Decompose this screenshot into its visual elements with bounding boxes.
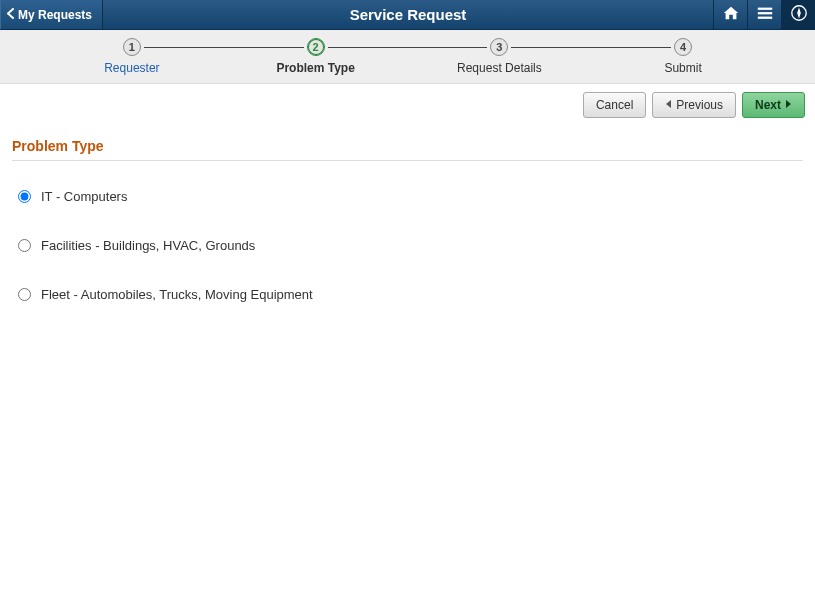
home-icon bbox=[722, 4, 740, 26]
radio-label: Fleet - Automobiles, Trucks, Moving Equi… bbox=[41, 287, 313, 302]
menu-button[interactable] bbox=[747, 0, 781, 29]
page-title: Service Request bbox=[103, 0, 713, 29]
button-label: Next bbox=[755, 98, 781, 112]
radio-label: Facilities - Buildings, HVAC, Grounds bbox=[41, 238, 255, 253]
cancel-button[interactable]: Cancel bbox=[583, 92, 646, 118]
button-row: Cancel Previous Next bbox=[0, 84, 815, 126]
back-button[interactable]: My Requests bbox=[0, 0, 103, 29]
wizard-step-requester[interactable]: 1 Requester bbox=[40, 38, 224, 75]
previous-button[interactable]: Previous bbox=[652, 92, 736, 118]
step-number: 2 bbox=[307, 38, 325, 56]
section-title: Problem Type bbox=[12, 130, 803, 161]
compass-icon bbox=[790, 4, 808, 26]
step-number: 4 bbox=[674, 38, 692, 56]
wizard-step-problem-type: 2 Problem Type bbox=[224, 38, 408, 75]
wizard-stepper: 1 Requester 2 Problem Type 3 Request Det… bbox=[0, 30, 815, 84]
hamburger-icon bbox=[756, 4, 774, 26]
home-button[interactable] bbox=[713, 0, 747, 29]
chevron-left-icon bbox=[7, 8, 14, 22]
step-label: Requester bbox=[104, 61, 159, 75]
radio-input[interactable] bbox=[18, 239, 31, 252]
top-bar: My Requests Service Request bbox=[0, 0, 815, 30]
svg-rect-1 bbox=[757, 12, 771, 14]
step-label: Submit bbox=[664, 61, 701, 75]
step-label: Request Details bbox=[457, 61, 542, 75]
step-number: 3 bbox=[490, 38, 508, 56]
radio-option-fleet[interactable]: Fleet - Automobiles, Trucks, Moving Equi… bbox=[18, 287, 803, 302]
wizard-step-request-details: 3 Request Details bbox=[408, 38, 592, 75]
help-button[interactable] bbox=[781, 0, 815, 29]
problem-type-options: IT - Computers Facilities - Buildings, H… bbox=[12, 161, 803, 302]
button-label: Previous bbox=[676, 98, 723, 112]
svg-rect-2 bbox=[757, 16, 771, 18]
step-label: Problem Type bbox=[276, 61, 354, 75]
radio-input[interactable] bbox=[18, 288, 31, 301]
wizard-step-submit: 4 Submit bbox=[591, 38, 775, 75]
triangle-left-icon bbox=[665, 98, 672, 112]
radio-option-facilities[interactable]: Facilities - Buildings, HVAC, Grounds bbox=[18, 238, 803, 253]
button-label: Cancel bbox=[596, 98, 633, 112]
content: Problem Type IT - Computers Facilities -… bbox=[0, 126, 815, 340]
topbar-icons bbox=[713, 0, 815, 29]
triangle-right-icon bbox=[785, 98, 792, 112]
next-button[interactable]: Next bbox=[742, 92, 805, 118]
radio-input[interactable] bbox=[18, 190, 31, 203]
back-button-label: My Requests bbox=[18, 8, 92, 22]
step-number: 1 bbox=[123, 38, 141, 56]
svg-rect-0 bbox=[757, 7, 771, 9]
radio-option-it[interactable]: IT - Computers bbox=[18, 189, 803, 204]
radio-label: IT - Computers bbox=[41, 189, 127, 204]
